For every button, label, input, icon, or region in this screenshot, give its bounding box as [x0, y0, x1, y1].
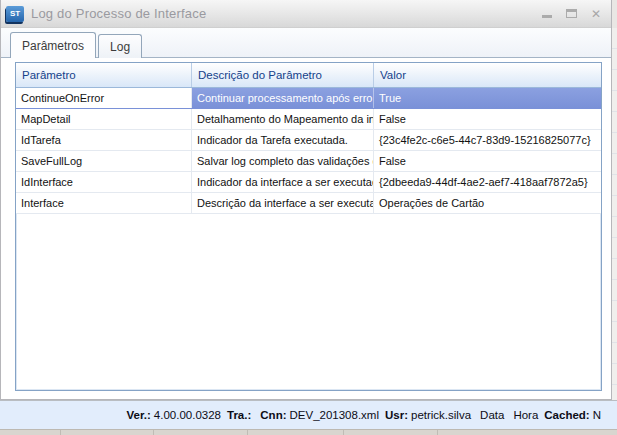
table-row[interactable]: ContinueOnError Continuar processamento …: [16, 88, 601, 109]
minimize-icon[interactable]: [542, 15, 552, 18]
table-row[interactable]: Interface Descrição da interface a ser e…: [16, 193, 601, 214]
cell-valor: False: [374, 151, 601, 171]
maximize-icon[interactable]: [566, 9, 577, 18]
title-bar[interactable]: ST Log do Processo de Interface ✕: [1, 0, 611, 28]
cell-descricao: Salvar log completo das validações do...: [192, 151, 374, 171]
window-title: Log do Processo de Interface: [31, 6, 542, 21]
cell-valor: Operações de Cartão: [374, 193, 601, 213]
cell-valor: {2dbeeda9-44df-4ae2-aef7-418aaf7872a5}: [374, 172, 601, 192]
background-window-sliver: [612, 28, 617, 400]
table-row[interactable]: IdTarefa Indicador da Tarefa executada. …: [16, 130, 601, 151]
table-row[interactable]: SaveFullLog Salvar log completo das vali…: [16, 151, 601, 172]
status-time: Hora: [510, 409, 538, 421]
status-cached: Cached:N: [544, 409, 601, 421]
cell-descricao: Indicador da interface a ser executada: [192, 172, 374, 192]
tab-strip: Parâmetros Log: [1, 28, 611, 58]
cell-descricao: Descrição da interface a ser executada: [192, 193, 374, 213]
background-grid-strip: [0, 429, 617, 435]
status-date: Data: [477, 409, 504, 421]
status-version: Ver.:4.00.00.0328: [127, 409, 221, 421]
background-grid-divider: [60, 430, 61, 435]
cell-parametro: Interface: [16, 193, 192, 213]
cell-valor: False: [374, 109, 601, 129]
table-row[interactable]: MapDetail Detalhamento do Mapeamento da …: [16, 109, 601, 130]
tab-log[interactable]: Log: [98, 34, 142, 58]
background-grid-divider: [247, 430, 248, 435]
table-row[interactable]: IdInterface Indicador da interface a ser…: [16, 172, 601, 193]
column-header-descricao[interactable]: Descrição do Parâmetro: [192, 63, 374, 87]
status-bar: Ver.:4.00.00.0328 Tra.: Cnn:DEV_201308.x…: [0, 400, 617, 429]
app-logo-icon: ST: [6, 6, 24, 22]
status-user: Usr:petrick.silva: [385, 409, 471, 421]
cell-parametro: ContinueOnError: [16, 88, 192, 108]
tab-page-parametros: Parâmetro Descrição do Parâmetro Valor C…: [1, 58, 611, 399]
column-header-parametro[interactable]: Parâmetro: [16, 63, 192, 87]
cell-valor: True: [374, 88, 601, 108]
status-connection: Cnn:DEV_201308.xml: [260, 409, 379, 421]
cell-parametro: IdTarefa: [16, 130, 192, 150]
screen: Ver.:4.00.00.0328 Tra.: Cnn:DEV_201308.x…: [0, 0, 617, 435]
cell-descricao: Detalhamento do Mapeamento da int...: [192, 109, 374, 129]
parameters-grid: Parâmetro Descrição do Parâmetro Valor C…: [15, 62, 602, 391]
tab-parametros[interactable]: Parâmetros: [10, 32, 96, 58]
background-grid-divider: [437, 430, 438, 435]
cell-parametro: IdInterface: [16, 172, 192, 192]
cell-descricao: Continuar processamento após erro: [192, 88, 374, 108]
background-grid-divider: [153, 430, 154, 435]
background-grid-divider: [343, 430, 344, 435]
cell-parametro: SaveFullLog: [16, 151, 192, 171]
column-header-valor[interactable]: Valor: [374, 63, 601, 87]
cell-valor: {23c4fe2c-c6e5-44c7-83d9-15216825077c}: [374, 130, 601, 150]
close-icon[interactable]: ✕: [591, 8, 601, 20]
grid-header-row: Parâmetro Descrição do Parâmetro Valor: [16, 63, 601, 88]
status-tra: Tra.:: [227, 409, 254, 421]
cell-parametro: MapDetail: [16, 109, 192, 129]
cell-descricao: Indicador da Tarefa executada.: [192, 130, 374, 150]
dialog-window: ST Log do Processo de Interface ✕ Parâme…: [0, 0, 612, 400]
